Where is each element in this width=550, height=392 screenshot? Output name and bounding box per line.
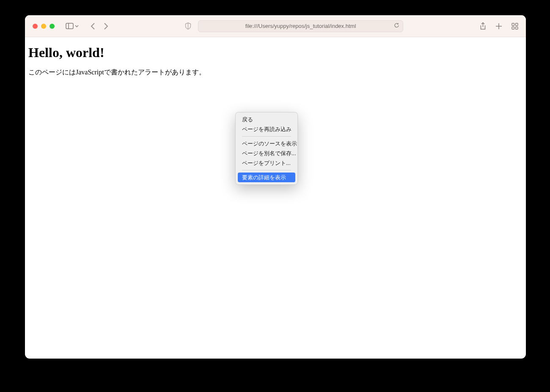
svg-rect-6 bbox=[516, 23, 518, 26]
menu-item-save-as[interactable]: ページを別名で保存... bbox=[238, 148, 295, 158]
close-button[interactable] bbox=[33, 24, 38, 29]
back-button[interactable] bbox=[91, 22, 96, 30]
browser-window: file:///Users/yuppy/repos/js_tutorial/in… bbox=[25, 15, 526, 359]
context-menu: 戻る ページを再読み込み ページのソースを表示 ページを別名で保存... ページ… bbox=[235, 112, 298, 185]
toolbar-right bbox=[480, 22, 518, 30]
menu-item-back[interactable]: 戻る bbox=[238, 115, 295, 124]
menu-separator bbox=[242, 136, 291, 137]
nav-buttons bbox=[91, 22, 108, 30]
menu-item-print[interactable]: ページをプリント... bbox=[238, 158, 295, 168]
shield-icon[interactable] bbox=[185, 22, 191, 30]
browser-toolbar: file:///Users/yuppy/repos/js_tutorial/in… bbox=[25, 15, 526, 37]
tab-overview-icon[interactable] bbox=[512, 23, 518, 30]
sidebar-icon bbox=[66, 23, 74, 29]
svg-rect-5 bbox=[512, 23, 514, 26]
page-paragraph: このページにはJavaScriptで書かれたアラートがあります。 bbox=[28, 68, 522, 77]
forward-button[interactable] bbox=[103, 22, 108, 30]
sidebar-toggle-button[interactable] bbox=[66, 23, 79, 29]
menu-item-inspect-element[interactable]: 要素の詳細を表示 bbox=[238, 173, 295, 182]
url-text: file:///Users/yuppy/repos/js_tutorial/in… bbox=[245, 23, 356, 29]
menu-item-view-source[interactable]: ページのソースを表示 bbox=[238, 139, 295, 148]
menu-separator bbox=[242, 170, 291, 170]
share-icon[interactable] bbox=[480, 22, 486, 30]
page-content: Hello, world! このページにはJavaScriptで書かれたアラート… bbox=[25, 37, 526, 85]
new-tab-icon[interactable] bbox=[495, 23, 502, 30]
minimize-button[interactable] bbox=[41, 24, 46, 29]
url-bar[interactable]: file:///Users/yuppy/repos/js_tutorial/in… bbox=[198, 20, 403, 32]
traffic-lights bbox=[33, 24, 55, 29]
reload-icon[interactable] bbox=[394, 22, 399, 30]
svg-rect-8 bbox=[516, 27, 518, 29]
svg-rect-7 bbox=[512, 27, 514, 29]
maximize-button[interactable] bbox=[50, 24, 55, 29]
svg-rect-0 bbox=[66, 23, 73, 29]
page-heading: Hello, world! bbox=[28, 45, 522, 60]
menu-item-reload[interactable]: ページを再読み込み bbox=[238, 124, 295, 134]
chevron-down-icon bbox=[75, 25, 79, 27]
